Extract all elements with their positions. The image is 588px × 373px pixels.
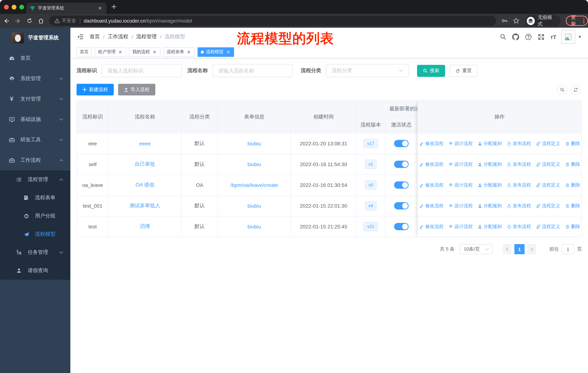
design-process-link[interactable]: 设计流程 <box>448 161 473 167</box>
process-definition-link[interactable]: 流程定义 <box>536 203 560 209</box>
refresh-button[interactable] <box>570 84 581 95</box>
close-icon[interactable] <box>226 49 231 54</box>
breadcrumb-item[interactable]: 流程管理 <box>136 33 157 40</box>
security-label[interactable]: 不安全 <box>62 18 76 24</box>
url-bar[interactable]: 不安全 dashboard.yudao.iocoder.cn/bpm/manag… <box>49 16 496 26</box>
process-definition-link[interactable]: 流程定义 <box>536 161 560 167</box>
publish-process-link[interactable]: 发布流程 <box>506 203 531 209</box>
form-info-link[interactable]: biubiu <box>248 141 261 146</box>
publish-process-link[interactable]: 发布流程 <box>506 141 531 147</box>
prev-page-button[interactable] <box>503 244 511 254</box>
form-info-link[interactable]: /bpm/oa/leave/create <box>230 182 278 188</box>
page-number-current[interactable]: 1 <box>514 244 525 254</box>
update-label[interactable]: 更新 <box>571 14 580 27</box>
design-process-link[interactable]: 设计流程 <box>448 141 473 147</box>
close-window-button[interactable] <box>4 5 9 9</box>
assign-rule-link[interactable]: 分配规则 <box>477 224 502 230</box>
process-definition-link[interactable]: 流程定义 <box>536 224 560 230</box>
close-icon[interactable] <box>186 49 191 54</box>
sidebar-item-leave-query[interactable]: 请假查询 <box>0 262 70 280</box>
bookmark-star-icon[interactable] <box>513 18 519 24</box>
url-text[interactable]: dashboard.yudao.iocoder.cn/bpm/manager/m… <box>84 18 192 23</box>
process-name-link[interactable]: 测试多审批人 <box>130 202 160 208</box>
breadcrumb-item[interactable]: 首页 <box>90 33 100 40</box>
zoom-window-button[interactable] <box>19 5 24 9</box>
active-toggle[interactable] <box>394 223 409 230</box>
help-icon[interactable] <box>525 33 532 40</box>
browser-menu-update-button[interactable]: 更新 <box>566 16 588 26</box>
process-id-input[interactable] <box>102 64 182 77</box>
tag-my-process[interactable]: 我的流程 <box>129 47 160 57</box>
forward-button[interactable] <box>13 16 23 26</box>
sidebar-item-devtools[interactable]: 研发工具 <box>0 130 70 150</box>
sidebar-item-home[interactable]: 首页 <box>0 48 70 69</box>
process-name-link[interactable]: 自己审批 <box>135 161 155 167</box>
process-name-link[interactable]: 滔博 <box>140 223 150 229</box>
sidebar-item-payment[interactable]: ¥ 支付管理 <box>0 89 70 109</box>
edit-process-link[interactable]: 修改流程 <box>419 224 443 230</box>
delete-link[interactable]: 删除 <box>565 203 580 209</box>
publish-process-link[interactable]: 发布流程 <box>506 224 531 230</box>
publish-process-link[interactable]: 发布流程 <box>506 182 531 188</box>
font-size-icon[interactable]: ᴛT <box>550 34 556 40</box>
delete-link[interactable]: 删除 <box>565 161 580 167</box>
goto-page-input[interactable] <box>562 244 574 254</box>
reset-button[interactable]: 重置 <box>450 65 478 77</box>
sidebar-fold-icon[interactable] <box>77 33 84 40</box>
close-icon[interactable] <box>118 49 123 54</box>
reload-button[interactable] <box>25 16 35 26</box>
new-tab-button[interactable] <box>111 4 117 11</box>
assign-rule-link[interactable]: 分配规则 <box>477 141 502 147</box>
design-process-link[interactable]: 设计流程 <box>448 203 473 209</box>
github-icon[interactable] <box>512 33 519 40</box>
sidebar-item-workflow[interactable]: 工作流程 <box>0 150 70 171</box>
browser-tab[interactable]: 芋道管理系统 <box>26 2 106 14</box>
app-logo-row[interactable]: 芋道管理系统 <box>0 28 70 48</box>
form-info-link[interactable]: biubiu <box>248 203 261 209</box>
close-icon[interactable] <box>152 49 157 54</box>
process-name-link[interactable]: OA 请假 <box>136 182 154 188</box>
edit-process-link[interactable]: 修改流程 <box>419 141 443 147</box>
avatar-caret-down-icon[interactable]: ▼ <box>578 35 582 39</box>
delete-link[interactable]: 删除 <box>565 224 580 230</box>
user-avatar[interactable] <box>561 30 575 44</box>
assign-rule-link[interactable]: 分配规则 <box>477 182 502 188</box>
show-search-button[interactable] <box>557 84 567 95</box>
page-size-select[interactable]: 10条/页 <box>460 244 493 254</box>
home-button[interactable] <box>36 16 46 26</box>
active-toggle[interactable] <box>394 140 409 147</box>
process-name-input[interactable] <box>212 64 293 77</box>
active-toggle[interactable] <box>394 161 409 168</box>
sidebar-item-user-group[interactable]: 用户分组 <box>0 207 70 225</box>
delete-link[interactable]: 删除 <box>565 182 580 188</box>
form-info-link[interactable]: biubiu <box>248 224 261 230</box>
assign-rule-link[interactable]: 分配规则 <box>477 161 502 167</box>
process-definition-link[interactable]: 流程定义 <box>536 182 560 188</box>
edit-process-link[interactable]: 修改流程 <box>419 182 443 188</box>
tag-tenant[interactable]: 租户管理 <box>95 47 126 57</box>
header-search-icon[interactable] <box>500 33 506 40</box>
back-button[interactable] <box>1 16 11 26</box>
breadcrumb-item[interactable]: 工作流程 <box>108 33 128 40</box>
minimize-window-button[interactable] <box>12 5 16 9</box>
active-toggle[interactable] <box>394 181 409 189</box>
import-process-button[interactable]: 导入流程 <box>118 84 155 95</box>
tab-close-icon[interactable] <box>97 5 103 11</box>
search-button[interactable]: 搜索 <box>417 65 445 77</box>
active-toggle[interactable] <box>394 202 409 210</box>
sidebar-item-process-form[interactable]: 流程表单 <box>0 189 70 207</box>
edit-process-link[interactable]: 修改流程 <box>419 161 443 167</box>
tag-process-model[interactable]: 流程模型 <box>198 47 234 57</box>
process-name-link[interactable]: eeee <box>139 141 151 146</box>
sidebar-item-process-mgmt[interactable]: 流程管理 <box>0 171 70 189</box>
tag-home[interactable]: 首页 <box>77 47 92 57</box>
kebab-menu-icon[interactable] <box>583 18 584 23</box>
create-process-button[interactable]: 新建流程 <box>77 84 114 95</box>
form-info-link[interactable]: biubiu <box>248 161 261 167</box>
edit-process-link[interactable]: 修改流程 <box>419 203 443 209</box>
process-definition-link[interactable]: 流程定义 <box>536 141 560 147</box>
delete-link[interactable]: 删除 <box>565 141 580 147</box>
sidebar-item-infra[interactable]: 基础设施 <box>0 109 70 130</box>
tag-process-form[interactable]: 流程表单 <box>163 47 195 57</box>
process-category-select[interactable]: 流程分类 <box>326 64 409 77</box>
